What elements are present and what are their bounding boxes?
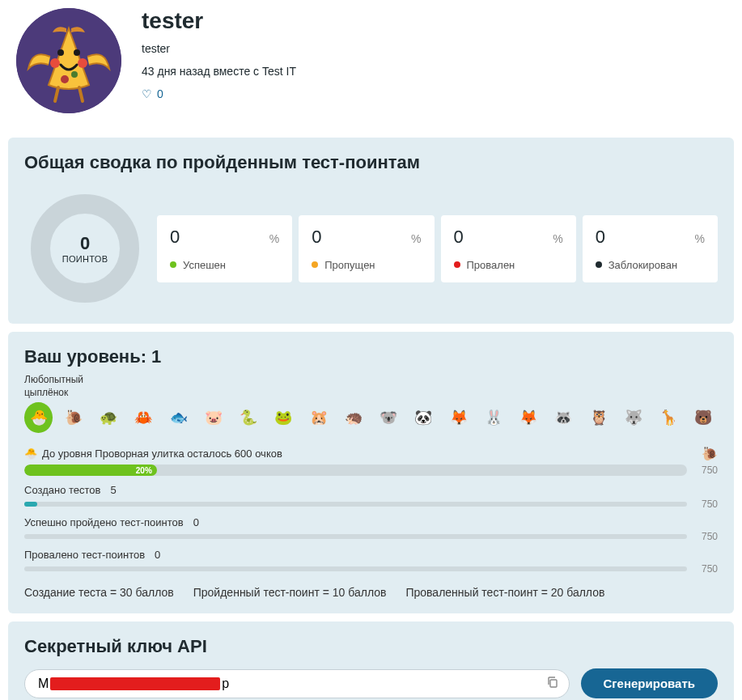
stat-row-max: 750 — [693, 563, 718, 575]
svg-rect-8 — [550, 680, 557, 687]
likes-row[interactable]: ♡ 0 — [142, 87, 296, 100]
stat-row-bar — [24, 566, 687, 571]
stat-label: Пропущен — [324, 259, 375, 271]
level-badge[interactable]: 🦊 — [515, 402, 543, 433]
snail-icon: 🐌 — [702, 446, 718, 461]
stat-row-value: 5 — [110, 484, 116, 496]
level-name: Любопытный цыплёнок — [24, 374, 718, 399]
svg-point-4 — [78, 58, 87, 68]
stat-row-label: Провалено тест-поинтов — [24, 549, 145, 561]
profile-info: tester tester 43 дня назад вместе с Test… — [142, 8, 296, 100]
level-badge[interactable]: 🐰 — [479, 402, 507, 433]
avatar — [16, 8, 121, 113]
level-badge[interactable]: 🦀 — [129, 402, 158, 433]
chick-icon: 🐣 — [24, 448, 37, 460]
svg-point-5 — [61, 75, 69, 83]
summary-ring: 0 ПОИНТОВ — [24, 188, 146, 309]
svg-point-1 — [57, 49, 64, 56]
stat-pct: % — [553, 232, 562, 245]
level-badge[interactable]: 🦝 — [549, 402, 578, 433]
stat-row-bar — [24, 534, 687, 539]
stat-row-max: 750 — [693, 498, 718, 510]
stat-label: Провален — [467, 259, 515, 271]
level-badge[interactable]: 🐺 — [619, 402, 647, 433]
level-stat-row: Создано тестов 5 750 — [24, 484, 718, 510]
stat-row-label: Создано тестов — [24, 484, 100, 496]
level-badge[interactable]: 🐣 — [24, 402, 53, 433]
api-key-redacted — [50, 677, 220, 690]
username: tester — [142, 42, 296, 55]
svg-point-3 — [50, 58, 60, 68]
level-badge[interactable]: 🦉 — [584, 402, 613, 433]
stats-grid: 0 % Успешен 0 % Пропущен 0 % Провален 0 … — [157, 215, 718, 282]
stat-value: 0 — [454, 227, 464, 248]
stat-row-max: 750 — [693, 531, 718, 542]
status-dot — [312, 261, 318, 268]
stat-pct: % — [695, 232, 705, 245]
level-badge[interactable]: 🐻 — [689, 402, 718, 433]
progress-bar: 20% — [24, 465, 687, 476]
svg-point-2 — [74, 49, 80, 56]
next-level-text: До уровня Проворная улитка осталось 600 … — [42, 448, 282, 460]
level-stat-row: Успешно пройдено тест-поинтов 0 750 — [24, 516, 718, 542]
level-badge[interactable]: 🐟 — [164, 402, 193, 433]
stat-value: 0 — [312, 227, 321, 248]
level-badge[interactable]: 🐢 — [95, 402, 123, 433]
level-badge[interactable]: 🦊 — [444, 402, 473, 433]
likes-count: 0 — [157, 87, 163, 100]
api-card: Секретный ключ API M p Сгенерировать — [8, 622, 734, 700]
level-badge[interactable]: 🐹 — [304, 402, 333, 433]
level-badge[interactable]: 🐨 — [375, 402, 403, 433]
api-key-suffix: p — [222, 677, 229, 691]
stat-pct: % — [269, 232, 279, 245]
stat-box: 0 % Пропущен — [299, 215, 434, 282]
svg-point-6 — [71, 71, 78, 78]
summary-card: Общая сводка по пройденным тест-поинтам … — [8, 138, 734, 324]
level-card: Ваш уровень: 1 Любопытный цыплёнок 🐣🐌🐢🦀🐟… — [8, 332, 734, 613]
stat-row-bar — [24, 502, 687, 507]
ring-value: 0 — [62, 233, 108, 254]
points-key-item: Создание теста = 30 баллов — [24, 586, 174, 599]
status-dot — [170, 261, 176, 268]
progress-fill: 20% — [24, 465, 157, 476]
api-key-field[interactable]: M p — [24, 669, 570, 698]
stat-box: 0 % Успешен — [157, 215, 292, 282]
points-key-item: Пройденный тест-поинт = 10 баллов — [193, 586, 387, 599]
level-badge[interactable]: 🐷 — [199, 402, 227, 433]
level-badge[interactable]: 🐸 — [269, 402, 298, 433]
ring-label: ПОИНТОВ — [62, 254, 108, 264]
generate-button[interactable]: Сгенерировать — [581, 668, 718, 698]
level-badge[interactable]: 🐍 — [235, 402, 263, 433]
stat-row-value: 0 — [193, 516, 199, 528]
avatar-illustration — [16, 8, 121, 113]
level-badge[interactable]: 🦒 — [655, 402, 683, 433]
stat-box: 0 % Заблокирован — [583, 215, 718, 282]
tenure-text: 43 дня назад вместе с Test IT — [142, 65, 296, 78]
api-key-prefix: M — [38, 677, 49, 691]
stat-row-fill — [24, 502, 37, 507]
level-badge[interactable]: 🐼 — [409, 402, 438, 433]
badges-row: 🐣🐌🐢🦀🐟🐷🐍🐸🐹🦔🐨🐼🦊🐰🦊🦝🦉🐺🦒🐻 — [24, 402, 718, 433]
display-name: tester — [142, 8, 296, 34]
stat-pct: % — [411, 232, 421, 245]
copy-icon[interactable] — [546, 676, 559, 692]
level-title: Ваш уровень: 1 — [24, 346, 718, 367]
points-key-item: Проваленный тест-поинт = 20 баллов — [405, 586, 604, 599]
status-dot — [454, 261, 460, 268]
status-dot — [596, 261, 602, 268]
stat-row-label: Успешно пройдено тест-поинтов — [24, 516, 184, 528]
stat-label: Заблокирован — [608, 259, 677, 271]
level-stat-row: Провалено тест-поинтов 0 750 — [24, 549, 718, 575]
profile-header: tester tester 43 дня назад вместе с Test… — [0, 0, 742, 129]
level-badge[interactable]: 🐌 — [59, 402, 87, 433]
api-title: Секретный ключ API — [24, 636, 718, 657]
points-key: Создание теста = 30 балловПройденный тес… — [24, 586, 718, 599]
heart-icon: ♡ — [142, 87, 152, 100]
stat-label: Успешен — [183, 259, 226, 271]
stat-row-value: 0 — [155, 549, 160, 561]
level-badge[interactable]: 🦔 — [339, 402, 367, 433]
next-level-progress: 🐣 До уровня Проворная улитка осталось 60… — [24, 446, 718, 476]
stat-value: 0 — [596, 227, 605, 248]
progress-max: 750 — [693, 465, 718, 476]
stat-box: 0 % Провален — [441, 215, 576, 282]
